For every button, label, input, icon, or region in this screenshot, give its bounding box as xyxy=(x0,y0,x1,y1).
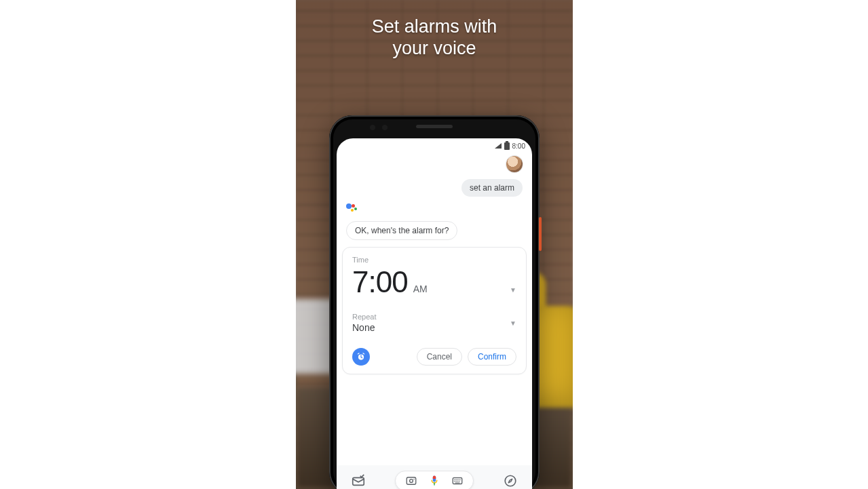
phone-frame: 8:00 set an alarm OK, when's the alarm f… xyxy=(329,115,540,489)
battery-icon xyxy=(504,142,510,150)
hero-line2: your voice xyxy=(392,38,476,58)
cancel-button[interactable]: Cancel xyxy=(417,348,462,366)
lens-icon[interactable] xyxy=(405,475,417,487)
signal-icon xyxy=(495,143,502,149)
phone-screen: 8:00 set an alarm OK, when's the alarm f… xyxy=(337,138,532,489)
svg-rect-2 xyxy=(407,477,416,485)
assistant-logo-icon xyxy=(346,203,356,213)
chevron-down-icon: ▼ xyxy=(510,319,516,327)
alarm-card: Time 7:00 AM ▼ Repeat None ▼ xyxy=(342,247,527,374)
time-ampm: AM xyxy=(413,283,428,294)
chevron-down-icon: ▼ xyxy=(510,286,516,294)
earpiece xyxy=(416,125,453,128)
assistant-message-text: OK, when's the alarm for? xyxy=(355,226,449,235)
status-time: 8:00 xyxy=(512,142,525,150)
svg-point-6 xyxy=(505,475,516,486)
phone-power-button xyxy=(539,217,542,251)
confirm-label: Confirm xyxy=(478,352,506,361)
promo-stage: Set alarms with your voice 8:00 set an a… xyxy=(296,0,573,489)
hero-text: Set alarms with your voice xyxy=(296,16,573,60)
user-message-text: set an alarm xyxy=(470,183,514,193)
mic-icon[interactable] xyxy=(428,475,440,487)
svg-point-4 xyxy=(413,479,415,480)
time-label: Time xyxy=(352,256,516,264)
svg-point-3 xyxy=(410,480,413,483)
repeat-picker[interactable]: Repeat None ▼ xyxy=(352,313,516,333)
assistant-message-bubble: OK, when's the alarm for? xyxy=(346,221,457,240)
repeat-value: None xyxy=(352,322,376,333)
cancel-label: Cancel xyxy=(427,352,452,361)
clock-app-chip[interactable] xyxy=(352,348,370,366)
front-camera-icon xyxy=(370,125,375,130)
repeat-label: Repeat xyxy=(352,313,376,321)
avatar[interactable] xyxy=(506,156,523,172)
bottom-nav xyxy=(337,465,532,489)
front-sensor-icon xyxy=(382,125,388,130)
hero-line1: Set alarms with xyxy=(372,16,497,37)
user-message-bubble: set an alarm xyxy=(461,179,523,197)
status-bar: 8:00 xyxy=(337,138,532,152)
keyboard-icon[interactable] xyxy=(451,475,464,487)
time-value: 7:00 xyxy=(352,265,408,299)
clock-icon xyxy=(356,352,366,361)
input-pill xyxy=(395,471,474,489)
explore-icon[interactable] xyxy=(503,473,518,488)
updates-icon[interactable] xyxy=(351,473,366,488)
confirm-button[interactable]: Confirm xyxy=(468,348,516,366)
time-picker[interactable]: 7:00 AM ▼ xyxy=(352,265,516,299)
